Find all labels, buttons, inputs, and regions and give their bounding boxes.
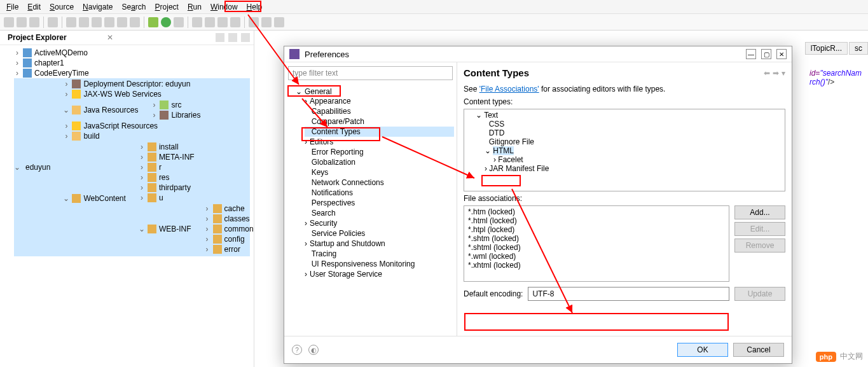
link-icon[interactable]: [228, 33, 237, 42]
run-icon[interactable]: [161, 17, 171, 27]
stepout-icon[interactable]: [130, 17, 140, 27]
minimize-icon[interactable]: —: [746, 49, 756, 59]
preferences-dialog: Preferences — ▢ ✕ type filter text ⌄Gene…: [284, 46, 792, 364]
default-encoding-label: Default encoding:: [464, 289, 523, 298]
watermark: php 中文网: [816, 351, 863, 362]
stepover-icon[interactable]: [117, 17, 127, 27]
menu-edit[interactable]: Edit: [24, 1, 45, 13]
edit-button[interactable]: Edit...: [734, 222, 785, 236]
newpkg-icon[interactable]: [192, 17, 202, 27]
add-button[interactable]: Add...: [734, 205, 785, 219]
task-icon[interactable]: [261, 17, 272, 27]
file-assoc-item[interactable]: *.htm (locked): [468, 207, 725, 216]
fwd-icon[interactable]: ➡: [773, 69, 779, 78]
content-types-tree[interactable]: ⌄ Text CSS DTD Gitignore File⌄ HTML› Fac…: [464, 109, 785, 191]
close-icon[interactable]: ✕: [776, 49, 787, 59]
tree-general[interactable]: General: [305, 87, 332, 96]
saveall-icon[interactable]: [29, 17, 39, 27]
description: See 'File Associations' for associating …: [464, 85, 785, 93]
close-tab-icon[interactable]: ✕: [107, 33, 113, 42]
editor-tab-2[interactable]: sc: [849, 42, 868, 55]
file-assoc-item[interactable]: *.shtml (locked): [468, 243, 725, 252]
dropdown-icon[interactable]: ▾: [782, 69, 785, 78]
remove-button[interactable]: Remove: [734, 239, 785, 253]
project-explorer-title: Project Explorer: [8, 33, 103, 42]
cancel-button[interactable]: Cancel: [733, 343, 784, 357]
eclipse-icon: [289, 49, 300, 59]
menu-file[interactable]: File: [3, 1, 22, 13]
content-types-label: Content types:: [464, 97, 785, 106]
ok-button[interactable]: OK: [677, 343, 728, 357]
nav-icon[interactable]: [274, 17, 284, 27]
menu-run[interactable]: Run: [184, 1, 205, 13]
menu-search[interactable]: Search: [118, 1, 149, 13]
project-tree[interactable]: ›ActiveMQDemo›chapter1›CodeEveryTime⌄edu…: [0, 45, 254, 367]
newfolder-icon[interactable]: [230, 17, 240, 27]
toggle-icon[interactable]: [48, 17, 58, 27]
file-assoc-item[interactable]: *.html (locked): [468, 216, 725, 225]
import-export-icon[interactable]: ◐: [308, 345, 319, 355]
new-icon[interactable]: [4, 17, 14, 27]
newfile-icon[interactable]: [217, 17, 228, 27]
menu-source[interactable]: Source: [46, 1, 78, 13]
stop-icon[interactable]: [92, 17, 102, 27]
newclass-icon[interactable]: [205, 17, 215, 27]
default-encoding-input[interactable]: [528, 287, 729, 301]
editor-tab-1[interactable]: lTopicR...: [805, 42, 848, 55]
update-button[interactable]: Update: [734, 287, 785, 301]
help-icon[interactable]: ?: [292, 345, 302, 355]
file-assoc-item[interactable]: *.wml (locked): [468, 252, 725, 261]
page-heading: Content Types: [464, 67, 529, 78]
prefs-category-tree[interactable]: ⌄General ›Appearance Capabilities Compar…: [284, 84, 457, 336]
maximize-icon[interactable]: ▢: [761, 49, 771, 59]
search-icon[interactable]: [249, 17, 259, 27]
step-icon[interactable]: [104, 17, 114, 27]
debug-icon[interactable]: [148, 17, 158, 27]
play-icon[interactable]: [66, 17, 76, 27]
filter-input[interactable]: type filter text: [288, 66, 453, 80]
file-associations-list[interactable]: *.htm (locked)*.html (locked)*.htpl (loc…: [464, 205, 729, 282]
menu-window[interactable]: Window: [207, 1, 242, 13]
file-associations-label: File associations:: [464, 194, 785, 203]
project-explorer-panel: Project Explorer ✕ ›ActiveMQDemo›chapter…: [0, 31, 254, 367]
file-associations-link[interactable]: 'File Associations': [479, 85, 539, 93]
runext-icon[interactable]: [174, 17, 184, 27]
collapse-icon[interactable]: [216, 33, 224, 42]
menu-help[interactable]: Help: [243, 1, 266, 13]
file-assoc-item[interactable]: *.xhtml (locked): [468, 261, 725, 270]
toolbar: [0, 14, 868, 31]
dialog-title: Preferences: [305, 50, 741, 59]
menubar: File Edit Source Navigate Search Project…: [0, 0, 868, 14]
file-assoc-item[interactable]: *.htpl (locked): [468, 225, 725, 234]
menu-navigate[interactable]: Navigate: [79, 1, 116, 13]
menu-icon[interactable]: [241, 33, 250, 42]
menu-project[interactable]: Project: [151, 1, 183, 13]
save-icon[interactable]: [17, 17, 27, 27]
pause-icon[interactable]: [79, 17, 89, 27]
back-icon[interactable]: ⬅: [764, 69, 770, 78]
code-snippet: id="searchNam rch()"/>: [809, 69, 862, 87]
file-assoc-item[interactable]: *.shtm (locked): [468, 234, 725, 243]
